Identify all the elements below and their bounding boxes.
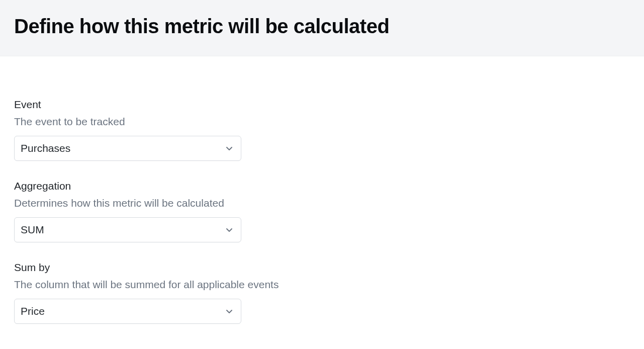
form-content: Event The event to be tracked Purchases … bbox=[0, 56, 644, 324]
event-dropdown-value: Purchases bbox=[21, 142, 70, 154]
field-group-event: Event The event to be tracked Purchases bbox=[14, 99, 630, 161]
page-title: Define how this metric will be calculate… bbox=[14, 15, 630, 38]
aggregation-description: Determines how this metric will be calcu… bbox=[14, 197, 630, 209]
sumby-label: Sum by bbox=[14, 261, 630, 274]
chevron-down-icon bbox=[225, 144, 234, 153]
aggregation-label: Aggregation bbox=[14, 180, 630, 192]
field-group-aggregation: Aggregation Determines how this metric w… bbox=[14, 180, 630, 242]
event-label: Event bbox=[14, 99, 630, 111]
event-dropdown[interactable]: Purchases bbox=[14, 136, 241, 161]
field-group-sumby: Sum by The column that will be summed fo… bbox=[14, 261, 630, 324]
chevron-down-icon bbox=[225, 225, 234, 234]
aggregation-dropdown[interactable]: SUM bbox=[14, 217, 241, 242]
aggregation-dropdown-value: SUM bbox=[21, 224, 44, 236]
event-description: The event to be tracked bbox=[14, 116, 630, 128]
sumby-description: The column that will be summed for all a… bbox=[14, 279, 630, 291]
sumby-dropdown-value: Price bbox=[21, 305, 45, 317]
page-header: Define how this metric will be calculate… bbox=[0, 0, 644, 56]
chevron-down-icon bbox=[225, 307, 234, 316]
sumby-dropdown[interactable]: Price bbox=[14, 299, 241, 324]
